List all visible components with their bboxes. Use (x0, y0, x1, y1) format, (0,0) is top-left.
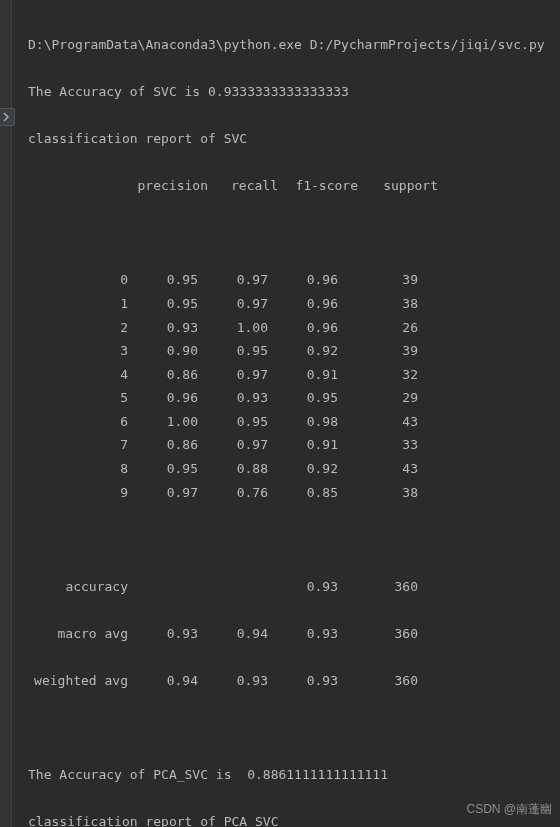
f1-value: 0.85 (268, 481, 338, 504)
recall-value: 0.88 (198, 457, 268, 480)
recall-value: 1.00 (198, 316, 268, 339)
precision-value: 1.00 (128, 410, 198, 433)
blank-line (28, 528, 545, 552)
class-label: 3 (28, 339, 128, 362)
table-row: 50.960.930.9529 (28, 386, 545, 410)
f1-value: 0.98 (268, 410, 338, 433)
support-value: 33 (338, 433, 418, 456)
recall-value: 0.76 (198, 481, 268, 504)
recall-value: 0.93 (198, 386, 268, 409)
f1-value: 0.92 (268, 339, 338, 362)
svc-header-row: precisionrecallf1-scoresupport (28, 174, 545, 198)
header-support: support (358, 174, 438, 197)
support-value: 43 (338, 457, 418, 480)
table-row: 10.950.970.9638 (28, 292, 545, 316)
f1-value: 0.96 (268, 292, 338, 315)
precision-value: 0.96 (128, 386, 198, 409)
support-value: 43 (338, 410, 418, 433)
support-value: 39 (338, 268, 418, 291)
precision-value: 0.97 (128, 481, 198, 504)
recall-value: 0.97 (198, 363, 268, 386)
precision-value: 0.86 (128, 433, 198, 456)
pca-accuracy-line: The Accuracy of PCA_SVC is 0.88611111111… (28, 763, 545, 787)
header-precision: precision (128, 174, 208, 197)
recall-value: 0.97 (198, 292, 268, 315)
table-row: 40.860.970.9132 (28, 363, 545, 387)
console-output[interactable]: D:\ProgramData\Anaconda3\python.exe D:/P… (14, 0, 553, 827)
precision-value: 0.90 (128, 339, 198, 362)
support-value: 26 (338, 316, 418, 339)
table-row: 70.860.970.9133 (28, 433, 545, 457)
f1-value: 0.91 (268, 433, 338, 456)
f1-value: 0.92 (268, 457, 338, 480)
recall-value: 0.97 (198, 433, 268, 456)
recall-value: 0.97 (198, 268, 268, 291)
header-f1: f1-score (278, 174, 358, 197)
class-label: 2 (28, 316, 128, 339)
f1-value: 0.96 (268, 268, 338, 291)
recall-value: 0.95 (198, 410, 268, 433)
recall-value: 0.95 (198, 339, 268, 362)
table-row: 80.950.880.9243 (28, 457, 545, 481)
support-value: 38 (338, 481, 418, 504)
svc-accuracy-row: accuracy0.93360 (28, 575, 545, 599)
table-row: 61.000.950.9843 (28, 410, 545, 434)
support-value: 29 (338, 386, 418, 409)
precision-value: 0.95 (128, 292, 198, 315)
table-row: 00.950.970.9639 (28, 268, 545, 292)
watermark-text: CSDN @南蓬幽 (466, 799, 552, 821)
precision-value: 0.95 (128, 268, 198, 291)
f1-value: 0.96 (268, 316, 338, 339)
header-recall: recall (208, 174, 278, 197)
table-row: 90.970.760.8538 (28, 481, 545, 505)
class-label: 0 (28, 268, 128, 291)
f1-value: 0.95 (268, 386, 338, 409)
class-label: 6 (28, 410, 128, 433)
table-row: 30.900.950.9239 (28, 339, 545, 363)
class-label: 7 (28, 433, 128, 456)
precision-value: 0.93 (128, 316, 198, 339)
svc-report-title: classification report of SVC (28, 127, 545, 151)
support-value: 38 (338, 292, 418, 315)
class-label: 1 (28, 292, 128, 315)
svc-macro-row: macro avg0.930.940.93360 (28, 622, 545, 646)
chevron-right-icon (1, 112, 11, 122)
blank-line (28, 221, 545, 245)
command-line: D:\ProgramData\Anaconda3\python.exe D:/P… (28, 33, 545, 57)
support-value: 39 (338, 339, 418, 362)
class-label: 4 (28, 363, 128, 386)
precision-value: 0.86 (128, 363, 198, 386)
class-label: 8 (28, 457, 128, 480)
blank-line (28, 716, 545, 740)
svc-accuracy-line: The Accuracy of SVC is 0.933333333333333… (28, 80, 545, 104)
editor-gutter (0, 0, 12, 827)
class-label: 9 (28, 481, 128, 504)
f1-value: 0.91 (268, 363, 338, 386)
table-row: 20.931.000.9626 (28, 316, 545, 340)
fold-toggle-button[interactable] (0, 108, 15, 126)
support-value: 32 (338, 363, 418, 386)
class-label: 5 (28, 386, 128, 409)
precision-value: 0.95 (128, 457, 198, 480)
svc-weighted-row: weighted avg0.940.930.93360 (28, 669, 545, 693)
